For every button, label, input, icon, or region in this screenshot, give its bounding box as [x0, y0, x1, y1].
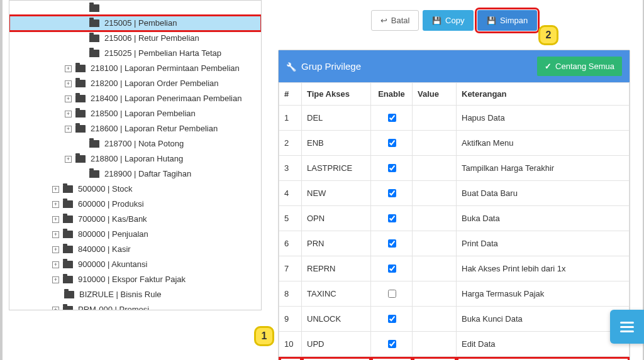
expand-icon[interactable]: +	[65, 111, 72, 117]
tree-item-label: 800000 | Penjualan	[78, 227, 148, 242]
cell-type: UNLOCK	[302, 307, 371, 332]
tree-item-label: 218200 | Laporan Order Pembelian	[91, 76, 219, 91]
tree-item-selected[interactable]: 215005 | Pembelian	[9, 16, 261, 31]
tree-item-label: 700000 | Kas/Bank	[78, 212, 147, 227]
tree-item-label: 600000 | Produksi	[78, 197, 144, 212]
folder-icon	[75, 80, 86, 87]
tree-item[interactable]: 215025 | Pembelian Harta Tetap	[9, 46, 261, 61]
expand-icon[interactable]: +	[52, 231, 59, 238]
cell-num: 7	[279, 256, 302, 281]
save-button[interactable]: Simpan	[477, 10, 537, 31]
expand-icon[interactable]: +	[65, 65, 72, 72]
enable-checkbox[interactable]	[388, 164, 396, 172]
folder-icon	[75, 110, 86, 117]
tree-item[interactable]: +840000 | Kasir	[9, 242, 261, 257]
enable-checkbox[interactable]	[388, 340, 396, 348]
enable-checkbox[interactable]	[388, 315, 396, 323]
folder-icon	[89, 19, 99, 27]
cell-enable[interactable]	[371, 131, 413, 156]
expand-icon[interactable]: +	[52, 276, 59, 283]
expand-icon[interactable]: +	[65, 80, 72, 87]
tree-item[interactable]: +218600 | Laporan Retur Pembelian	[9, 121, 261, 136]
tree-item[interactable]: +218800 | Laporan Hutang	[9, 151, 261, 166]
cell-type: UPD	[302, 332, 371, 357]
cell-enable[interactable]	[371, 156, 413, 181]
tree-item[interactable]: +218400 | Laporan Penerimaan Pembelian	[9, 91, 261, 106]
copy-button[interactable]: Copy	[423, 10, 474, 31]
cell-value	[413, 156, 457, 181]
folder-icon	[63, 246, 73, 253]
tree-item[interactable]: +700000 | Kas/Bank	[9, 212, 261, 227]
expand-icon[interactable]: +	[65, 126, 72, 133]
cell-note: Harga Termasuk Pajak	[457, 281, 630, 307]
tree-item[interactable]: 218700 | Nota Potong	[9, 136, 261, 151]
cell-note: Print Data	[457, 231, 630, 256]
cancel-button[interactable]: Batal	[371, 10, 419, 31]
tree-item-label: 215006 | Retur Pembelian	[104, 31, 199, 46]
expand-icon[interactable]: +	[52, 307, 59, 311]
tree-item[interactable]: +218200 | Laporan Order Pembelian	[9, 76, 261, 91]
expand-icon[interactable]: +	[52, 216, 59, 223]
expand-icon[interactable]: +	[65, 95, 72, 102]
cell-note: Hak Akses Print lebih dari 1x	[457, 256, 630, 281]
tree-item[interactable]: +910000 | Ekspor Faktur Pajak	[9, 272, 261, 287]
check-all-button[interactable]: Centang Semua	[537, 57, 622, 76]
cell-enable[interactable]	[371, 181, 413, 206]
cell-enable[interactable]	[371, 231, 413, 256]
cell-value	[413, 332, 457, 357]
table-row: 2ENBAktifkan Menu	[279, 131, 630, 156]
cell-enable[interactable]	[371, 206, 413, 231]
col-num: #	[279, 83, 302, 106]
table-row: 9UNLOCKBuka Kunci Data	[279, 307, 630, 332]
cell-num: 6	[279, 231, 302, 256]
tree-item[interactable]: 218900 | Daftar Tagihan	[9, 166, 261, 182]
tree-item[interactable]: +800000 | Penjualan	[9, 227, 261, 242]
tree-item[interactable]: BIZRULE | Bisnis Rule	[9, 287, 261, 302]
tree-item[interactable]: +600000 | Produksi	[9, 197, 261, 212]
enable-checkbox[interactable]	[388, 239, 396, 248]
folder-icon	[64, 291, 74, 298]
tree-item[interactable]: +PRM-000 | Promosi	[9, 302, 261, 310]
folder-icon	[89, 4, 99, 12]
cell-value	[413, 206, 457, 231]
expand-icon[interactable]: +	[52, 261, 59, 268]
cell-enable[interactable]	[371, 307, 413, 332]
enable-checkbox[interactable]	[388, 139, 396, 147]
expand-icon[interactable]: +	[65, 156, 72, 163]
cell-type: NEW	[302, 181, 371, 206]
tree-item[interactable]: +218500 | Laporan Pembelian	[9, 106, 261, 121]
cell-enable[interactable]	[371, 256, 413, 281]
cell-enable[interactable]	[371, 357, 413, 361]
expand-icon[interactable]: +	[52, 201, 59, 208]
cell-enable[interactable]	[371, 332, 413, 357]
cell-value	[413, 231, 457, 256]
tree-item-label: 218400 | Laporan Penerimaan Pembelian	[91, 91, 242, 106]
enable-checkbox[interactable]	[388, 265, 396, 273]
enable-checkbox[interactable]	[388, 189, 396, 197]
cell-note: Buka Kunci Data	[457, 307, 630, 332]
enable-checkbox[interactable]	[388, 214, 396, 222]
expand-icon[interactable]: +	[52, 186, 59, 193]
enable-checkbox[interactable]	[388, 290, 396, 298]
table-row: 7REPRNHak Akses Print lebih dari 1x	[279, 256, 630, 281]
tree-item-label: 215025 | Pembelian Harta Tetap	[104, 46, 221, 61]
tree-item[interactable]: +218100 | Laporan Permintaan Pembelian	[9, 61, 261, 76]
tree-item-label: 218600 | Laporan Retur Pembelian	[91, 121, 218, 136]
expand-icon[interactable]: +	[52, 246, 59, 253]
cell-enable[interactable]	[371, 106, 413, 131]
tree-item-label: 218500 | Laporan Pembelian	[91, 106, 196, 121]
menu-tree: 215005 | Pembelian 215006 | Retur Pembel…	[9, 1, 261, 310]
tree-item-label: 218100 | Laporan Permintaan Pembelian	[91, 61, 240, 76]
tree-item[interactable]: +900000 | Akuntansi	[9, 257, 261, 272]
cell-num: 11	[279, 357, 302, 361]
tree-item[interactable]: 215006 | Retur Pembelian	[9, 31, 261, 46]
table-row: 4NEWBuat Data Baru	[279, 181, 630, 206]
table-row: 5OPNBuka Data	[279, 206, 630, 231]
tree-item-label: 840000 | Kasir	[78, 242, 131, 257]
floating-menu-button[interactable]	[610, 310, 644, 344]
enable-checkbox[interactable]	[388, 114, 396, 122]
cell-enable[interactable]	[371, 281, 413, 307]
tree-item[interactable]	[9, 1, 261, 16]
button-label: Batal	[391, 16, 410, 25]
tree-item[interactable]: +500000 | Stock	[9, 182, 261, 197]
